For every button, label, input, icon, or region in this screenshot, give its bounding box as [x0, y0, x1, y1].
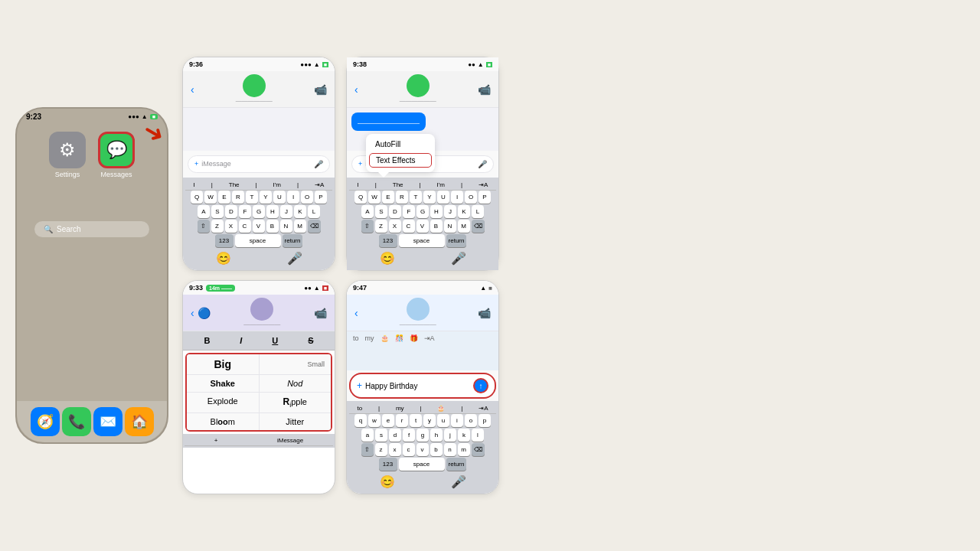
screen1-keyboard: I|The|I'm|⇥A QWERTYUIOP ASDFGHJKL ⇧ZXCVB… [183, 178, 335, 270]
screen3-status-icons: ●● ▲ ■ [304, 284, 328, 292]
screen1-back-btn[interactable]: ‹ [191, 83, 194, 96]
effect-big[interactable]: Big [187, 354, 259, 374]
settings-icon[interactable]: ⚙ [49, 132, 86, 168]
screen2-video-btn[interactable]: 📹 [478, 83, 491, 96]
effect-nod[interactable]: Nod [260, 375, 332, 392]
home-dock-icon[interactable]: 🏠 [125, 407, 154, 436]
screen1-wifi: ▲ [314, 61, 320, 68]
screen1-status-icons: ●●● ▲ ■ [300, 60, 328, 68]
screen1-video-btn[interactable]: 📹 [314, 83, 327, 96]
screen3-avatar [250, 298, 273, 321]
screen3-video-btn[interactable]: 📹 [314, 307, 327, 319]
screen4-to-label: to [353, 334, 359, 342]
screen2-bottom-bar: 😊 🎤 [349, 249, 496, 268]
screen2-text-effects: 9:38 ●● ▲ ■ ‹ —————— 📹 [346, 57, 499, 271]
text-effects-popup: AutoFill Text Effects [366, 134, 435, 172]
screen3-contact-name: —————— [243, 321, 280, 328]
messages-app[interactable]: 💬 Messages [98, 132, 135, 178]
screen4-format-icon: ⇥A [424, 334, 435, 342]
safari-dock-icon[interactable]: 🧭 [31, 407, 60, 436]
screen1-body [183, 108, 335, 151]
screen1-mic-btn[interactable]: 🎤 [314, 160, 323, 168]
screen2-nav: ‹ —————— 📹 [347, 71, 498, 108]
screen2-mic-btn[interactable]: 🎤 [478, 160, 487, 168]
screen4-message-input[interactable]: + Happy Birthday ↑ [349, 373, 496, 399]
iphone-home: 9:23 ●●● ▲ ■ ⚙ Settings 💬 [15, 107, 168, 444]
screen2-mic-bottom[interactable]: 🎤 [451, 251, 466, 266]
screen1-input-area: + iMessage 🎤 [183, 151, 335, 178]
bold-button[interactable]: B [199, 334, 214, 347]
screen2-row3: ⇧ZXCVBNM⌫ [349, 220, 496, 233]
search-icon: 🔍 [44, 225, 53, 233]
bottom-screens-row: 9:33 14m —— ●● ▲ ■ ‹ 🔵 —————— 📹 [182, 280, 499, 494]
screen4-to-row: to my 🎂 🎊 🎁 ⇥A [347, 331, 498, 345]
screen2-avatar [407, 74, 430, 97]
effect-explode[interactable]: Explode [187, 393, 259, 412]
screen1-plus-btn[interactable]: + [194, 160, 198, 168]
screen3-format-bar: B I U S [183, 331, 335, 350]
text-effects-option[interactable]: Text Effects [369, 153, 432, 168]
red-arrow-indicator: ➜ [144, 118, 165, 147]
screen4-plus-btn[interactable]: + [357, 380, 362, 391]
strikethrough-button[interactable]: S [303, 334, 318, 347]
screen1-nav: ‹ —————— 📹 [183, 71, 335, 108]
screen3-back-btn[interactable]: ‹ 🔵 [191, 307, 211, 319]
app-row-1: ⚙ Settings 💬 Messages [49, 132, 135, 178]
effects-grid: Big Small Shake Nod Explode Ripple Bloom… [187, 354, 331, 430]
screen1-row3: ⇧ZXCVBNM⌫ [185, 220, 332, 233]
effect-ripple[interactable]: Ripple [260, 393, 332, 412]
messages-label: Messages [100, 171, 132, 178]
effect-small[interactable]: Small [260, 354, 332, 374]
screen4-contact: —————— [400, 298, 436, 328]
screen2-plus-btn[interactable]: + [358, 160, 362, 168]
search-bar[interactable]: 🔍 Search [34, 221, 149, 237]
screen2-row2: ASDFGHJKL [349, 205, 496, 218]
effects-grid-container: Big Small Shake Nod Explode Ripple Bloom… [185, 353, 332, 432]
screen4-bottom-bar: 😊 🎤 [349, 472, 496, 491]
screen4-time: 9:47 [353, 284, 367, 292]
screen4-mic-bottom[interactable]: 🎤 [451, 474, 466, 489]
screen2-battery: ■ [486, 62, 492, 67]
screen2-row1: QWERTYUIOP [349, 191, 496, 204]
autofill-option[interactable]: AutoFill [366, 137, 435, 152]
screen4-row3: ⇧zxcvbnm⌫ [349, 443, 496, 456]
screen4-emoji3: 🎁 [410, 334, 418, 342]
screen4-emoji-btn[interactable]: 😊 [380, 474, 395, 489]
screen4-back-btn[interactable]: ‹ [354, 307, 358, 319]
effect-bloom[interactable]: Bloom [187, 413, 259, 430]
italic-button[interactable]: I [235, 334, 247, 347]
screen1-row2: ASDFGHJKL [185, 205, 332, 218]
screen2-back-btn[interactable]: ‹ [354, 83, 358, 96]
screen4-video-btn[interactable]: 📹 [478, 307, 491, 319]
highlighted-text-content: ————————— [358, 119, 420, 127]
underline-button[interactable]: U [267, 334, 283, 347]
mail-dock-icon[interactable]: ✉️ [93, 407, 122, 436]
top-screens-row: 9:36 ●●● ▲ ■ ‹ —————— 📹 [182, 57, 499, 271]
screens-section: ➜ 9:36 ●●● ▲ ■ ‹ —————— [182, 57, 499, 494]
effect-shake[interactable]: Shake [187, 375, 259, 392]
send-icon: ↑ [479, 382, 483, 390]
screen1-mic-bottom[interactable]: 🎤 [287, 251, 302, 266]
send-button[interactable]: ↑ [473, 378, 488, 393]
effect-jitter[interactable]: Jitter [260, 413, 332, 430]
screen4-battery: ■ [488, 285, 492, 292]
screen1-emoji-btn[interactable]: 😊 [216, 251, 231, 266]
settings-app[interactable]: ⚙ Settings [49, 132, 86, 178]
message-symbol: 💬 [106, 140, 127, 160]
screen1-message-input[interactable]: + iMessage 🎤 [188, 155, 330, 173]
screen2-contact: —————— [400, 74, 436, 104]
screen2-keyboard: I|The|I'm|⇥A QWERTYUIOP ASDFGHJKL ⇧ZXCVB… [347, 178, 498, 270]
screen2-emoji-btn[interactable]: 😊 [380, 251, 395, 266]
screen3-call-indicator: 14m —— [206, 285, 235, 292]
messages-icon[interactable]: 💬 [98, 132, 135, 168]
screen4-body: to my 🎂 🎊 🎁 ⇥A [347, 331, 498, 370]
screen2-wifi: ▲ [478, 61, 484, 68]
time-1: 9:23 [26, 112, 41, 121]
screen2-status-icons: ●● ▲ ■ [468, 60, 492, 68]
screen3-signal: ●● [304, 285, 312, 292]
phone-dock-icon[interactable]: 📞 [62, 407, 91, 436]
screen3-effects-grid: 9:33 14m —— ●● ▲ ■ ‹ 🔵 —————— 📹 [182, 280, 335, 494]
screen4-predictive: to|my|🎂|⇥A [349, 403, 496, 414]
screen2-row4: 123spacereturn [349, 234, 496, 247]
screen1-signal: ●●● [300, 61, 312, 68]
